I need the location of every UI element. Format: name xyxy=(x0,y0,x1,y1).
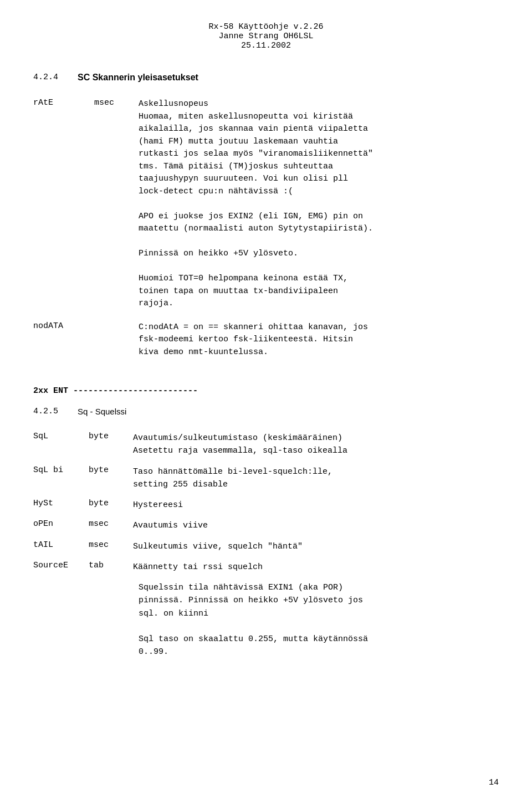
tail-type: msec xyxy=(89,540,133,550)
open-type: msec xyxy=(89,519,133,529)
rate-desc12: Pinnissä on heikko +5V ylösveto. xyxy=(139,248,499,260)
rate-desc9: APO ei juokse jos EXIN2 (eli IGN, EMG) p… xyxy=(139,211,499,223)
rate-desc2: aikalailla, jos skannaa vain pientä viip… xyxy=(139,123,499,136)
bottom-line6: 0..99. xyxy=(139,646,499,658)
tail-name: tAIL xyxy=(33,540,89,550)
open-name: oPEn xyxy=(33,519,89,529)
bottom-line1: Squelssin tila nähtävissä EXIN1 (aka POR… xyxy=(139,581,499,594)
subsection-number: 4.2.5 xyxy=(33,407,78,416)
rate-param-block: rAtE msec Askellusnopeus Huomaa, miten a… xyxy=(33,98,499,310)
rate-desc7: lock-detect cpu:n nähtävissä :( xyxy=(139,186,499,198)
header-line1: Rx-58 Käyttöohje v.2.26 xyxy=(33,22,499,32)
open-desc: Avautumis viive xyxy=(133,519,499,532)
page-header: Rx-58 Käyttöohje v.2.26 Janne Strang OH6… xyxy=(33,22,499,50)
sqlbi-param-desc: Taso hännättömälle bi-level-squelch:lle,… xyxy=(133,465,499,491)
rate-desc5: tms. Tämä pitäisi (TM)joskus suhteuttaa xyxy=(139,161,499,173)
sqlbi-desc1: Taso hännättömälle bi-level-squelch:lle, xyxy=(133,465,499,478)
source-desc: Käännetty tai rssi squelch xyxy=(133,561,499,573)
section-number: 4.2.4 xyxy=(33,73,78,82)
bottom-line3: sql. on kiinni xyxy=(139,607,499,620)
nodata-desc2: fsk-modeemi kertoo fsk-liikenteestä. Hit… xyxy=(139,334,499,346)
rate-desc3: (hami FM) mutta joutuu laskemaan vauhtia xyxy=(139,136,499,148)
sqlbi-param-row: SqL bi byte Taso hännättömälle bi-level-… xyxy=(33,465,499,491)
sql-desc2: Asetettu raja vasemmalla, sql-taso oikea… xyxy=(133,444,499,457)
nodata-param-name: nodATA xyxy=(33,321,94,331)
sql-param-row: SqL byte Avautumis/sulkeutumistaso (kesk… xyxy=(33,432,499,458)
nodata-desc1: C:nodAtA = on == skanneri ohittaa kanava… xyxy=(139,321,499,334)
bottom-line5: Sql taso on skaalattu 0.255, mutta käytä… xyxy=(139,633,499,646)
section-title: SC Skannerin yleisasetukset xyxy=(78,73,198,83)
rate-desc1: Huomaa, miten askellusnopeutta voi kiris… xyxy=(139,111,499,124)
bottom-description: Squelssin tila nähtävissä EXIN1 (aka POR… xyxy=(139,581,499,659)
header-line3: 25.11.2002 xyxy=(33,41,499,50)
nodata-param-desc: C:nodAtA = on == skanneri ohittaa kanava… xyxy=(139,321,499,359)
subsection-title: Sq - Squelssi xyxy=(78,407,126,416)
nodata-desc3: kiva demo nmt-kuuntelussa. xyxy=(139,346,499,359)
bottom-line2: pinnissä. Pinnissä on heikko +5V ylösvet… xyxy=(139,594,499,607)
sqlbi-param-name: SqL bi xyxy=(33,465,89,475)
rate-param-desc: Askellusnopeus Huomaa, miten askellusnop… xyxy=(139,98,499,310)
sql-param-type: byte xyxy=(89,432,133,441)
subsection-title-row: 4.2.5 Sq - Squelssi xyxy=(33,407,499,416)
rate-param-type: msec xyxy=(94,98,139,107)
divider-line: 2xx ENT ------------------------- xyxy=(33,386,499,396)
header-line2: Janne Strang OH6LSL xyxy=(33,32,499,41)
rate-desc15: toinen tapa on muuttaa tx-bandiviipaleen xyxy=(139,285,499,298)
sqlbi-param-type: byte xyxy=(89,465,133,475)
section-title-row: 4.2.4 SC Skannerin yleisasetukset xyxy=(33,73,499,83)
rate-param-name: rAtE xyxy=(33,98,94,107)
rate-desc14: Huomioi TOT=0 helpompana keinona estää T… xyxy=(139,273,499,285)
rate-desc6: taajuushypyn suuruuteen. Voi kun olisi p… xyxy=(139,173,499,186)
source-type: tab xyxy=(89,561,133,570)
tail-desc: Sulkeutumis viive, squelch "häntä" xyxy=(133,540,499,553)
hyst-row: HySt byte Hystereesi oPEn msec Avautumis… xyxy=(33,499,499,573)
sqlbi-desc2: setting 255 disable xyxy=(133,478,499,491)
nodata-param-block: nodATA C:nodAtA = on == skanneri ohittaa… xyxy=(33,321,499,359)
rate-desc4: rutkasti jos selaa myös "viranomaisliike… xyxy=(139,148,499,161)
rate-label: Askellusnopeus xyxy=(139,98,499,111)
sql-desc1: Avautumis/sulkeutumistaso (keskimääräine… xyxy=(133,432,499,444)
sql-param-name: SqL xyxy=(33,432,89,441)
source-name: SourceE xyxy=(33,561,89,570)
hyst-type: byte xyxy=(89,499,133,508)
page-container: Rx-58 Käyttöohje v.2.26 Janne Strang OH6… xyxy=(0,0,532,804)
hyst-desc: Hystereesi xyxy=(133,499,499,511)
page-number: 14 xyxy=(489,778,499,787)
sql-param-desc: Avautumis/sulkeutumistaso (keskimääräine… xyxy=(133,432,499,458)
hyst-name: HySt xyxy=(33,499,89,508)
rate-desc10: maatettu (normaalisti auton Sytytystapii… xyxy=(139,223,499,235)
rate-desc16: rajoja. xyxy=(139,298,499,310)
divider-section: 2xx ENT ------------------------- xyxy=(33,386,499,396)
